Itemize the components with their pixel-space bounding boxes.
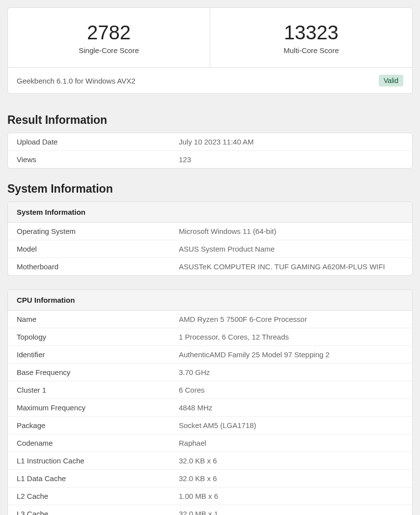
- cpu-info-value: 1 Processor, 6 Cores, 12 Threads: [179, 333, 403, 341]
- system-info-key: Motherboard: [17, 262, 179, 271]
- cpu-info-value: 3.70 GHz: [179, 368, 403, 376]
- cpu-info-key: L2 Cache: [17, 492, 179, 500]
- system-info-row: ModelASUS System Product Name: [8, 240, 412, 258]
- system-info-row: Operating SystemMicrosoft Windows 11 (64…: [8, 223, 412, 240]
- cpu-info-key: L1 Data Cache: [17, 474, 179, 483]
- cpu-info-key: Maximum Frequency: [17, 403, 179, 412]
- version-footer: Geekbench 6.1.0 for Windows AVX2 Valid: [7, 68, 413, 94]
- cpu-info-key: Codename: [17, 439, 179, 447]
- cpu-info-row: L3 Cache32.0 MB x 1: [8, 505, 412, 515]
- multi-core-box: 13323 Multi-Core Score: [210, 8, 412, 67]
- cpu-info-row: L1 Instruction Cache32.0 KB x 6: [8, 452, 412, 470]
- cpu-info-value: 4848 MHz: [179, 403, 403, 412]
- result-info-table: Upload DateJuly 10 2023 11:40 AMViews123: [7, 133, 413, 169]
- single-core-value: 2782: [13, 22, 205, 43]
- cpu-info-value: 1.00 MB x 6: [179, 492, 403, 500]
- result-info-row: Views123: [8, 151, 412, 168]
- cpu-info-key: L3 Cache: [17, 510, 179, 515]
- cpu-info-row: Cluster 16 Cores: [8, 381, 412, 399]
- system-info-value: ASUSTeK COMPUTER INC. TUF GAMING A620M-P…: [179, 262, 403, 271]
- system-info-title: System Information: [7, 182, 413, 196]
- result-info-value: July 10 2023 11:40 AM: [179, 138, 403, 146]
- cpu-info-value: 32.0 MB x 1: [179, 510, 403, 515]
- result-info-key: Views: [17, 155, 179, 164]
- cpu-info-key: Topology: [17, 333, 179, 341]
- cpu-info-value: Raphael: [179, 439, 403, 447]
- cpu-info-value: AMD Ryzen 5 7500F 6-Core Processor: [179, 315, 403, 323]
- system-info-row: MotherboardASUSTeK COMPUTER INC. TUF GAM…: [8, 258, 412, 275]
- result-info-title: Result Information: [7, 114, 413, 127]
- cpu-info-header: CPU Information: [8, 290, 412, 311]
- cpu-info-key: L1 Instruction Cache: [17, 457, 179, 465]
- system-info-value: Microsoft Windows 11 (64-bit): [179, 227, 403, 235]
- cpu-info-row: IdentifierAuthenticAMD Family 25 Model 9…: [8, 346, 412, 364]
- cpu-info-row: PackageSocket AM5 (LGA1718): [8, 417, 412, 434]
- cpu-info-row: L1 Data Cache32.0 KB x 6: [8, 470, 412, 487]
- system-info-value: ASUS System Product Name: [179, 245, 403, 253]
- result-info-key: Upload Date: [17, 138, 179, 146]
- cpu-info-key: Cluster 1: [17, 386, 179, 394]
- cpu-info-value: Socket AM5 (LGA1718): [179, 421, 403, 429]
- cpu-info-row: Maximum Frequency4848 MHz: [8, 399, 412, 417]
- system-info-key: Operating System: [17, 227, 179, 235]
- multi-core-value: 13323: [215, 22, 407, 43]
- score-container: 2782 Single-Core Score 13323 Multi-Core …: [7, 7, 413, 68]
- system-info-header: System Information: [8, 202, 412, 223]
- single-core-box: 2782 Single-Core Score: [8, 8, 210, 67]
- status-badge: Valid: [379, 75, 403, 86]
- cpu-info-key: Base Frequency: [17, 368, 179, 376]
- cpu-info-value: 6 Cores: [179, 386, 403, 394]
- system-info-table: System Information Operating SystemMicro…: [7, 201, 413, 276]
- cpu-info-row: L2 Cache1.00 MB x 6: [8, 487, 412, 505]
- cpu-info-key: Name: [17, 315, 179, 323]
- cpu-info-row: Topology1 Processor, 6 Cores, 12 Threads: [8, 328, 412, 346]
- cpu-info-row: NameAMD Ryzen 5 7500F 6-Core Processor: [8, 311, 412, 328]
- result-info-row: Upload DateJuly 10 2023 11:40 AM: [8, 133, 412, 151]
- cpu-info-row: CodenameRaphael: [8, 434, 412, 452]
- single-core-label: Single-Core Score: [13, 46, 205, 55]
- cpu-info-value: 32.0 KB x 6: [179, 474, 403, 483]
- result-info-value: 123: [179, 155, 403, 164]
- cpu-info-row: Base Frequency3.70 GHz: [8, 364, 412, 381]
- cpu-info-key: Package: [17, 421, 179, 429]
- cpu-info-table: CPU Information NameAMD Ryzen 5 7500F 6-…: [7, 289, 413, 515]
- cpu-info-value: 32.0 KB x 6: [179, 457, 403, 465]
- cpu-info-value: AuthenticAMD Family 25 Model 97 Stepping…: [179, 350, 403, 359]
- version-label: Geekbench 6.1.0 for Windows AVX2: [17, 77, 136, 85]
- cpu-info-key: Identifier: [17, 350, 179, 359]
- multi-core-label: Multi-Core Score: [215, 46, 407, 55]
- system-info-key: Model: [17, 245, 179, 253]
